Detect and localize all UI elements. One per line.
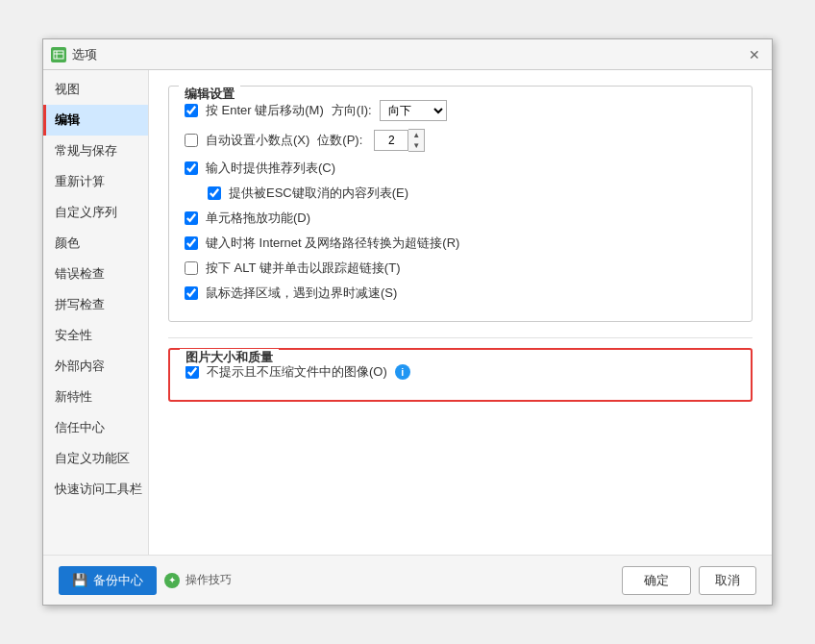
digits-input[interactable] bbox=[374, 130, 408, 151]
footer-left: 💾 备份中心 ✦ 操作技巧 bbox=[59, 566, 232, 595]
auto-decimal-row: 自动设置小数点(X) 位数(P): ▲ ▼ bbox=[185, 129, 736, 152]
alt-click-label: 按下 ALT 键并单击以跟踪超链接(T) bbox=[206, 260, 400, 277]
direction-label: 方向(I): bbox=[332, 102, 372, 119]
mouse-select-label: 鼠标选择区域，遇到边界时减速(S) bbox=[206, 285, 397, 302]
auto-decimal-checkbox[interactable] bbox=[185, 134, 198, 147]
suggest-list-label: 输入时提供推荐列表(C) bbox=[206, 160, 335, 177]
sidebar-item-new-features[interactable]: 新特性 bbox=[43, 382, 148, 412]
dialog-title: 选项 bbox=[72, 46, 97, 63]
tips-icon: ✦ bbox=[164, 573, 180, 588]
enter-move-label: 按 Enter 键后移动(M) bbox=[206, 102, 324, 119]
tips-text: 操作技巧 bbox=[185, 572, 232, 588]
sidebar-item-custom-seq[interactable]: 自定义序列 bbox=[43, 197, 148, 228]
sidebar-item-quick-access[interactable]: 快速访问工具栏 bbox=[43, 474, 148, 505]
mouse-select-row: 鼠标选择区域，遇到边界时减速(S) bbox=[185, 285, 736, 302]
hyperlink-row: 键入时将 Internet 及网络路径转换为超链接(R) bbox=[185, 235, 736, 252]
suggest-list-checkbox[interactable] bbox=[185, 161, 198, 175]
sidebar-item-general[interactable]: 常规与保存 bbox=[43, 136, 148, 166]
title-bar-left: 选项 bbox=[51, 46, 97, 63]
title-bar: 选项 ✕ bbox=[43, 39, 772, 70]
tips-row: ✦ 操作技巧 bbox=[164, 572, 232, 588]
image-section-title: 图片大小和质量 bbox=[180, 349, 279, 366]
dialog-footer: 💾 备份中心 ✦ 操作技巧 确定 取消 bbox=[43, 555, 772, 605]
sidebar-item-view[interactable]: 视图 bbox=[43, 74, 148, 105]
section-divider bbox=[168, 337, 753, 338]
digits-label: 位数(P): bbox=[317, 132, 362, 149]
edit-settings-section: 编辑设置 按 Enter 键后移动(M) 方向(I): 向下 向上 向左 bbox=[168, 86, 753, 322]
no-compress-checkbox[interactable] bbox=[185, 365, 199, 379]
cancel-button[interactable]: 取消 bbox=[699, 566, 756, 595]
backup-label: 备份中心 bbox=[93, 572, 143, 589]
hyperlink-checkbox[interactable] bbox=[185, 236, 198, 250]
esc-list-checkbox[interactable] bbox=[208, 186, 221, 200]
auto-decimal-label: 自动设置小数点(X) bbox=[206, 132, 309, 149]
enter-move-row: 按 Enter 键后移动(M) 方向(I): 向下 向上 向左 向右 bbox=[185, 100, 736, 121]
mouse-select-checkbox[interactable] bbox=[185, 286, 198, 300]
options-dialog: 选项 ✕ 视图编辑常规与保存重新计算自定义序列颜色错误检查拼写检查安全性外部内容… bbox=[42, 38, 773, 606]
edit-section-body: 按 Enter 键后移动(M) 方向(I): 向下 向上 向左 向右 bbox=[169, 94, 752, 321]
esc-list-label: 提供被ESC键取消的内容列表(E) bbox=[229, 185, 408, 202]
drag-drop-label: 单元格拖放功能(D) bbox=[206, 210, 310, 227]
digits-down-button[interactable]: ▼ bbox=[408, 140, 424, 151]
image-settings-section: 图片大小和质量 不提示且不压缩文件中的图像(O) i bbox=[168, 348, 753, 402]
info-icon[interactable]: i bbox=[395, 364, 410, 380]
enter-move-checkbox[interactable] bbox=[185, 104, 198, 117]
backup-button[interactable]: 💾 备份中心 bbox=[59, 566, 157, 595]
alt-click-checkbox[interactable] bbox=[185, 261, 198, 275]
sidebar-item-security[interactable]: 安全性 bbox=[43, 320, 148, 351]
content-area: 编辑设置 按 Enter 键后移动(M) 方向(I): 向下 向上 向左 bbox=[149, 70, 772, 555]
close-button[interactable]: ✕ bbox=[745, 45, 764, 64]
hyperlink-label: 键入时将 Internet 及网络路径转换为超链接(R) bbox=[206, 235, 459, 252]
digits-arrows: ▲ ▼ bbox=[408, 129, 425, 152]
sidebar-item-error-check[interactable]: 错误检查 bbox=[43, 259, 148, 289]
sidebar-item-recalc[interactable]: 重新计算 bbox=[43, 166, 148, 197]
sidebar-item-spell-check[interactable]: 拼写检查 bbox=[43, 289, 148, 320]
alt-click-row: 按下 ALT 键并单击以跟踪超链接(T) bbox=[185, 260, 736, 277]
sidebar: 视图编辑常规与保存重新计算自定义序列颜色错误检查拼写检查安全性外部内容新特性信任… bbox=[43, 70, 149, 555]
sidebar-item-trust-center[interactable]: 信任中心 bbox=[43, 412, 148, 443]
digits-up-button[interactable]: ▲ bbox=[408, 130, 424, 140]
dialog-body: 视图编辑常规与保存重新计算自定义序列颜色错误检查拼写检查安全性外部内容新特性信任… bbox=[43, 70, 772, 555]
svg-rect-0 bbox=[54, 51, 63, 59]
backup-icon: 💾 bbox=[72, 573, 87, 587]
sidebar-item-external[interactable]: 外部内容 bbox=[43, 351, 148, 382]
drag-drop-row: 单元格拖放功能(D) bbox=[185, 210, 736, 227]
edit-section-title: 编辑设置 bbox=[179, 86, 240, 103]
digits-spinbox: ▲ ▼ bbox=[374, 129, 425, 152]
sidebar-item-edit[interactable]: 编辑 bbox=[43, 105, 148, 136]
suggest-list-row: 输入时提供推荐列表(C) bbox=[185, 160, 736, 177]
ok-button[interactable]: 确定 bbox=[622, 566, 691, 595]
footer-right: 确定 取消 bbox=[622, 566, 756, 595]
esc-list-row: 提供被ESC键取消的内容列表(E) bbox=[208, 185, 736, 202]
app-icon bbox=[51, 47, 66, 62]
sidebar-item-custom-ribbon[interactable]: 自定义功能区 bbox=[43, 443, 148, 474]
drag-drop-checkbox[interactable] bbox=[185, 211, 198, 225]
direction-row: 方向(I): 向下 向上 向左 向右 bbox=[332, 100, 447, 121]
sidebar-item-color[interactable]: 颜色 bbox=[43, 228, 148, 259]
direction-select[interactable]: 向下 向上 向左 向右 bbox=[380, 100, 447, 121]
